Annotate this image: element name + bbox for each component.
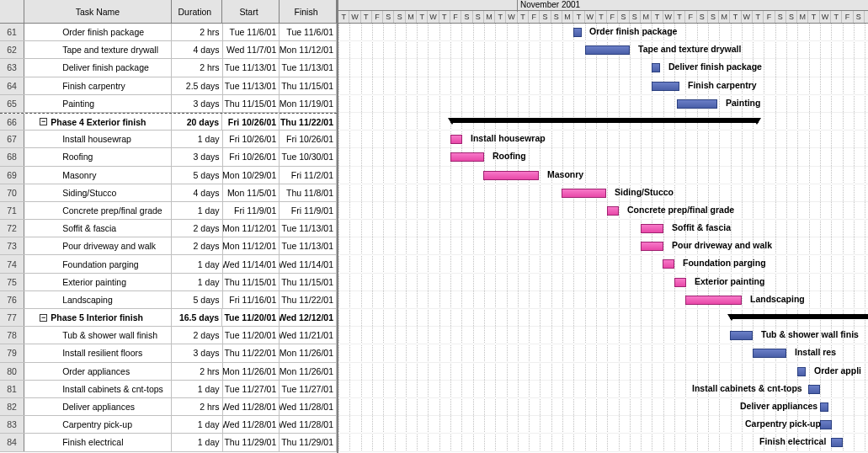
row-number[interactable]: 75 [0, 274, 24, 290]
start-cell[interactable]: Thu 11/15/01 [223, 274, 280, 290]
start-cell[interactable]: Wed 11/14/01 [223, 255, 280, 272]
gantt-bar[interactable] [652, 82, 679, 91]
task-row[interactable]: 62Tape and texture drywall4 daysWed 11/7… [0, 41, 337, 59]
header-start[interactable]: Start [222, 0, 280, 23]
header-taskname[interactable]: Task Name [24, 0, 172, 23]
row-number[interactable]: 81 [0, 381, 24, 397]
finish-cell[interactable]: Thu 11/15/01 [280, 274, 337, 290]
duration-cell[interactable]: 4 days [172, 41, 222, 58]
start-cell[interactable]: Fri 10/26/01 [222, 114, 280, 130]
duration-cell[interactable]: 20 days [172, 114, 222, 130]
finish-cell[interactable]: Tue 11/13/01 [280, 220, 337, 237]
row-number[interactable]: 74 [0, 255, 24, 272]
task-row[interactable]: 74Foundation parging1 dayWed 11/14/01Wed… [0, 255, 337, 273]
row-number[interactable]: 66 [0, 114, 24, 130]
finish-cell[interactable]: Thu 11/22/01 [280, 291, 337, 308]
duration-cell[interactable]: 2.5 days [172, 77, 222, 94]
finish-cell[interactable]: Mon 11/26/01 [280, 344, 337, 361]
gantt-bar[interactable] [663, 259, 674, 269]
task-name-cell[interactable]: Soffit & fascia [24, 220, 172, 237]
row-number[interactable]: 69 [0, 167, 24, 184]
finish-cell[interactable]: Wed 12/12/01 [280, 309, 337, 326]
task-name-cell[interactable]: Landscaping [24, 291, 172, 308]
gantt-bar[interactable] [685, 296, 742, 305]
task-name-cell[interactable]: Order finish package [24, 24, 172, 40]
summary-bar[interactable] [730, 314, 868, 319]
start-cell[interactable]: Mon 11/26/01 [223, 363, 280, 380]
task-row[interactable]: 79Install resilient floors3 daysThu 11/2… [0, 344, 337, 362]
start-cell[interactable]: Fri 10/26/01 [223, 131, 280, 147]
finish-cell[interactable]: Tue 11/13/01 [280, 237, 337, 254]
task-name-cell[interactable]: Painting [24, 95, 172, 112]
start-cell[interactable]: Wed 11/28/01 [223, 416, 280, 433]
finish-cell[interactable]: Wed 11/28/01 [280, 416, 337, 433]
row-number[interactable]: 78 [0, 327, 24, 344]
row-number[interactable]: 67 [0, 131, 24, 147]
task-row[interactable]: 78Tub & shower wall finish2 daysTue 11/2… [0, 327, 337, 344]
start-cell[interactable]: Thu 11/29/01 [223, 434, 280, 450]
start-cell[interactable]: Mon 11/5/01 [223, 184, 280, 201]
finish-cell[interactable]: Mon 11/26/01 [280, 363, 337, 380]
row-number[interactable]: 65 [0, 95, 24, 112]
task-name-cell[interactable]: Install cabinets & cnt-tops [24, 381, 172, 397]
row-number[interactable]: 77 [0, 309, 24, 326]
row-number[interactable]: 79 [0, 344, 24, 361]
start-cell[interactable]: Wed 11/28/01 [223, 398, 280, 415]
start-cell[interactable]: Tue 11/6/01 [223, 24, 280, 40]
finish-cell[interactable]: Mon 11/19/01 [280, 95, 337, 112]
row-number[interactable]: 84 [0, 434, 24, 450]
task-row[interactable]: 76Landscaping5 daysFri 11/16/01Thu 11/22… [0, 291, 337, 309]
finish-cell[interactable]: Wed 11/28/01 [280, 398, 337, 415]
start-cell[interactable]: Tue 11/13/01 [223, 77, 280, 94]
gantt-bar[interactable] [483, 171, 539, 180]
finish-cell[interactable]: Tue 11/6/01 [280, 24, 337, 40]
collapse-icon[interactable]: − [40, 314, 47, 322]
start-cell[interactable]: Mon 11/12/01 [223, 220, 280, 237]
row-number[interactable]: 61 [0, 24, 24, 40]
duration-cell[interactable]: 4 days [172, 184, 222, 201]
duration-cell[interactable]: 2 hrs [172, 24, 222, 40]
duration-cell[interactable]: 5 days [172, 167, 222, 184]
start-cell[interactable]: Tue 11/27/01 [223, 381, 280, 397]
row-number[interactable]: 62 [0, 41, 24, 58]
gantt-bar[interactable] [573, 28, 582, 37]
finish-cell[interactable]: Thu 11/15/01 [280, 77, 337, 94]
gantt-bar[interactable] [831, 438, 843, 447]
gantt-bar[interactable] [450, 152, 484, 162]
duration-cell[interactable]: 16.5 days [172, 309, 222, 326]
finish-cell[interactable]: Tue 11/27/01 [280, 381, 337, 397]
duration-cell[interactable]: 2 hrs [172, 398, 222, 415]
start-cell[interactable]: Tue 11/20/01 [222, 309, 280, 326]
task-row[interactable]: 69Masonry5 daysMon 10/29/01Fri 11/2/01 [0, 167, 337, 184]
finish-cell[interactable]: Mon 11/12/01 [280, 41, 337, 58]
finish-cell[interactable]: Fri 11/9/01 [280, 202, 337, 219]
task-name-cell[interactable]: Finish electrical [24, 434, 172, 450]
duration-cell[interactable]: 2 days [172, 220, 222, 237]
finish-cell[interactable]: Tue 11/13/01 [280, 59, 337, 76]
task-name-cell[interactable]: Finish carpentry [24, 77, 172, 94]
header-duration[interactable]: Duration [172, 0, 222, 23]
finish-cell[interactable]: Thu 11/8/01 [280, 184, 337, 201]
start-cell[interactable]: Fri 10/26/01 [223, 148, 280, 165]
task-row[interactable]: 70Siding/Stucco4 daysMon 11/5/01Thu 11/8… [0, 184, 337, 202]
task-row[interactable]: 82Deliver appliances2 hrsWed 11/28/01Wed… [0, 398, 337, 416]
task-name-cell[interactable]: Tape and texture drywall [24, 41, 172, 58]
task-name-cell[interactable]: Tub & shower wall finish [24, 327, 172, 344]
duration-cell[interactable]: 3 days [172, 148, 222, 165]
task-name-cell[interactable]: −Phase 5 Interior finish [24, 309, 172, 326]
duration-cell[interactable]: 1 day [172, 131, 222, 147]
task-name-cell[interactable]: Install housewrap [24, 131, 172, 147]
gantt-bar[interactable] [562, 189, 606, 198]
task-name-cell[interactable]: Deliver appliances [24, 398, 172, 415]
row-number[interactable]: 82 [0, 398, 24, 415]
task-name-cell[interactable]: −Phase 4 Exterior finish [24, 114, 172, 130]
row-number[interactable]: 70 [0, 184, 24, 201]
gantt-bar[interactable] [797, 367, 806, 376]
task-row[interactable]: 73Pour driveway and walk2 daysMon 11/12/… [0, 237, 337, 255]
task-row[interactable]: 68Roofing3 daysFri 10/26/01Tue 10/30/01 [0, 148, 337, 166]
gantt-bar[interactable] [808, 385, 820, 394]
timeline[interactable]: November 2001 TWTFSSMTWTFSSMTWTFSSMTWTFS… [338, 0, 868, 453]
finish-cell[interactable]: Thu 11/22/01 [280, 114, 337, 130]
row-number[interactable]: 64 [0, 77, 24, 94]
duration-cell[interactable]: 3 days [172, 95, 222, 112]
